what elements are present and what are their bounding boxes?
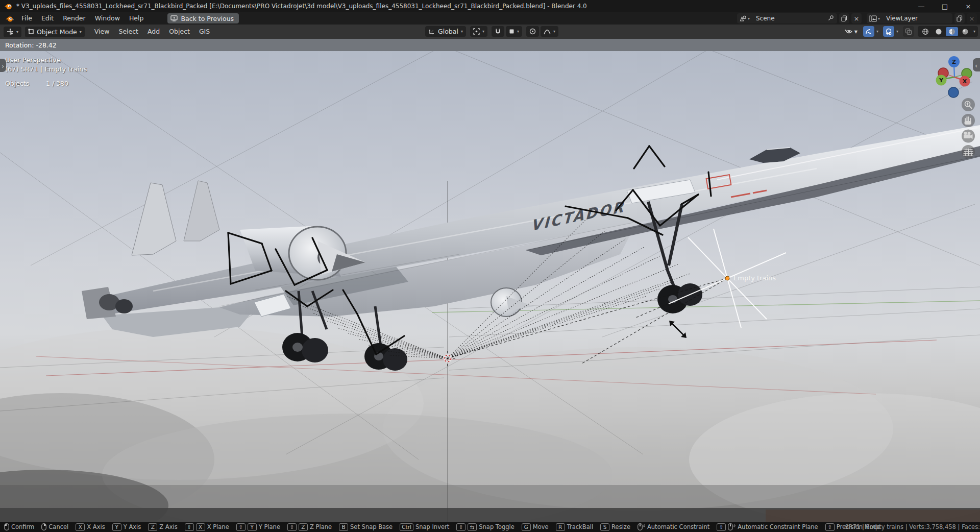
menu-window[interactable]: Window [90,14,125,22]
viewport-menu-select[interactable]: Select [114,26,143,38]
orientation-selector[interactable]: Global ▾ [425,26,466,37]
gizmo-icon [865,28,872,35]
gizmo-z-label: Z [952,59,956,65]
back-to-previous-label: Back to Previous [181,15,234,22]
objects-stat-label: Objects [5,80,29,87]
shading-material-button[interactable] [946,27,958,36]
chevron-down-icon[interactable]: ▾ [972,29,976,34]
new-scene-button[interactable] [839,13,849,23]
viewlayer-name[interactable]: ViewLayer [882,15,922,22]
viewport-menu-object[interactable]: Object [164,26,194,38]
statusbar-hint: CtrlSnap Invert [400,523,449,531]
keycap: ⇧ [236,523,246,531]
xray-toggle[interactable] [903,26,914,37]
hint-label: Move [533,523,549,530]
minimize-button[interactable]: — [910,0,933,12]
keycap: ⇆ [468,523,477,531]
show-overlays-toggle[interactable] [883,26,894,37]
orientation-icon [428,28,435,35]
shading-rendered-button[interactable] [959,27,971,36]
chevron-down-icon: ▾ [854,28,857,35]
viewlayer-selector[interactable]: ▾ ViewLayer [867,13,952,23]
scene-name[interactable]: Scene [752,15,779,22]
falloff-curve-icon [544,29,551,35]
hint-label: Y Plane [259,523,280,530]
sidebar-expand-tab[interactable]: ‹ [973,58,980,71]
statusbar-hint: XX Axis [76,523,105,531]
snap-increment-icon [509,29,514,34]
menu-edit[interactable]: Edit [37,14,58,22]
toolbar-expand-tab[interactable]: › [0,59,6,72]
collection-object-label: (67) SR71 | Empty trains [5,65,87,73]
rotation-readout: Rotation: -28.42 [5,41,57,49]
rmb-mouse-icon [41,523,46,530]
viewport-display-tools: ▾ ▾ ▾ [842,26,978,37]
show-gizmo-toggle[interactable] [863,26,874,37]
gizmo-y-label: Y [939,77,944,84]
editor-type-button[interactable]: ▾ [4,27,21,37]
keycap: ⇧ [717,523,726,531]
viewport-header: ▾ Object Mode ▾ ViewSelectAddObjectGIS G… [0,25,980,39]
hint-label: X Plane [207,523,229,530]
scene-stats: SR71 | Empty trains | Verts:3,758,458 | … [845,522,980,532]
viewport-3d[interactable]: VICTADOR [0,51,980,522]
pivot-point-selector[interactable]: ▾ [470,26,487,37]
snap-toggle-button[interactable] [492,26,504,37]
menu-file[interactable]: File [17,14,37,22]
statusbar-hint: ZZ Axis [148,523,177,531]
hint-label: Y Axis [124,523,141,530]
remove-viewlayer-button[interactable]: × [967,13,977,23]
operator-feedback-bar: Rotation: -28.42 [0,39,980,51]
maximize-button[interactable]: □ [933,0,957,12]
chevron-down-icon[interactable]: ▾ [875,29,879,34]
unlink-scene-button[interactable]: × [851,13,862,23]
title-bar: * V3_uploads_files_4558031_Lockheed_sr71… [0,0,980,12]
hint-label: Automatic Constraint [647,523,709,530]
scene-selector[interactable]: ▾ Scene [737,13,837,23]
statusbar-hint: ⇧Automatic Constraint Plane [717,523,818,531]
empty-origin-dot[interactable] [725,276,729,280]
blender-menu-icon[interactable]: ▾ [5,14,14,22]
keycap: Y [112,523,121,531]
perspective-label: User Perspective [5,56,61,64]
hint-label: Cancel [48,523,68,530]
statusbar-hint: BSet Snap Base [339,523,393,531]
mode-selector[interactable]: Object Mode ▾ [25,27,85,37]
new-viewlayer-button[interactable] [954,13,965,23]
statusbar-hint: Automatic Constraint [638,523,709,530]
back-to-previous-button[interactable]: Back to Previous [167,13,239,23]
proportional-falloff-selector[interactable]: ▾ [541,26,558,37]
window-title: * V3_uploads_files_4558031_Lockheed_sr71… [16,3,587,10]
lmb-mouse-icon [4,523,9,530]
statusbar-hint: YY Axis [112,523,141,531]
screen-back-icon [170,15,178,21]
zoom-button[interactable] [962,98,975,111]
chevron-down-icon[interactable]: ▾ [895,29,899,34]
snap-target-selector[interactable]: ▾ [506,26,522,37]
keycap: X [196,523,205,531]
menu-bar: ▾ FileEditRenderWindowHelp Back to Previ… [0,12,980,25]
shading-mode-group: ▾ [918,26,978,37]
hint-label: Z Axis [159,523,177,530]
viewport-menu-add[interactable]: Add [143,26,164,38]
keycap: ⇧ [825,523,835,531]
keycap: Z [299,523,308,531]
duplicate-icon [841,15,847,21]
gizmo-x-label: X [963,78,967,85]
viewport-menu-view[interactable]: View [90,26,114,38]
hint-label: Snap Invert [415,523,449,530]
proportional-editing-button[interactable] [526,26,539,37]
shading-solid-button[interactable] [933,27,945,36]
menu-render[interactable]: Render [58,14,90,22]
menu-help[interactable]: Help [125,14,149,22]
pin-icon[interactable] [828,15,837,22]
object-visibility-selector[interactable]: ▾ [842,26,860,37]
chevron-down-icon: ▾ [553,29,555,34]
close-button[interactable]: × [957,0,980,12]
viewport-menu-gis[interactable]: GIS [194,26,214,38]
gizmo-neg-z-ball[interactable] [948,87,959,98]
keycap: G [522,523,531,531]
orientation-label: Global [438,28,458,35]
shading-wireframe-button[interactable] [919,27,932,36]
statusbar-hint: RTrackBall [556,523,593,531]
